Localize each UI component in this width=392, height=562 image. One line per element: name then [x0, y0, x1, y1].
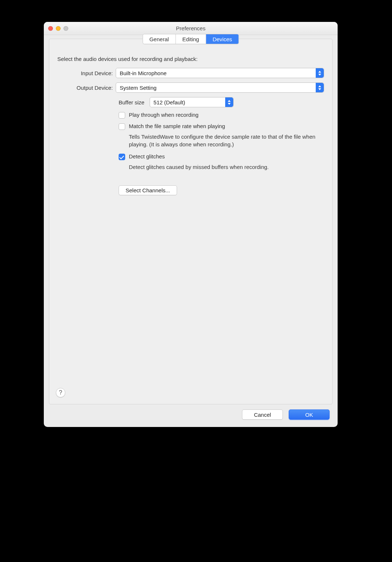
tab-general[interactable]: General [143, 34, 176, 44]
help-button[interactable]: ? [56, 388, 65, 397]
match-sample-rate-label: Match the file sample rate when playing [129, 123, 225, 129]
match-sample-rate-row: Match the file sample rate when playing [119, 123, 324, 130]
detect-glitches-label: Detect glitches [129, 153, 165, 159]
buffer-size-label: Buffer size [119, 99, 145, 105]
select-channels-button[interactable]: Select Channels... [119, 185, 177, 195]
zoom-window-button[interactable] [64, 26, 68, 31]
input-device-label: Input Device: [57, 70, 116, 76]
minimize-window-button[interactable] [56, 26, 61, 31]
input-device-row: Input Device: Built-in Microphone [57, 68, 324, 78]
instruction-text: Select the audio devices used for record… [57, 56, 324, 62]
window-title: Preferences [176, 25, 205, 31]
input-device-popup[interactable]: Built-in Microphone [116, 68, 324, 78]
tab-editing[interactable]: Editing [176, 34, 206, 44]
close-window-button[interactable] [48, 26, 53, 31]
output-device-value: System Setting [120, 85, 157, 91]
match-sample-rate-checkbox[interactable] [119, 123, 125, 130]
tab-bar: General Editing Devices [142, 34, 239, 44]
tab-devices[interactable]: Devices [206, 34, 238, 44]
buffer-size-value: 512 (Default) [154, 99, 185, 105]
detect-glitches-row: Detect glitches [119, 153, 324, 160]
output-device-row: Output Device: System Setting [57, 82, 324, 93]
play-through-checkbox[interactable] [119, 112, 125, 119]
output-device-label: Output Device: [57, 85, 116, 91]
titlebar: Preferences [44, 22, 338, 35]
ok-button[interactable]: OK [289, 409, 330, 420]
cancel-button[interactable]: Cancel [242, 409, 283, 420]
input-device-value: Built-in Microphone [120, 70, 166, 76]
buffer-size-row: Buffer size 512 (Default) [119, 97, 324, 107]
match-sample-rate-help: Tells TwistedWave to configure the devic… [129, 133, 324, 148]
output-device-popup[interactable]: System Setting [116, 82, 324, 93]
preferences-window: Preferences General Editing Devices Sele… [44, 22, 338, 427]
preferences-panel: General Editing Devices Select the audio… [49, 39, 333, 404]
detect-glitches-help: Detect glitches caused by missed buffers… [129, 163, 324, 171]
play-through-label: Play through when recording [129, 112, 199, 118]
updown-icon [225, 97, 233, 107]
devices-tab-content: Select the audio devices used for record… [49, 39, 332, 200]
play-through-row: Play through when recording [119, 112, 324, 119]
detect-glitches-checkbox[interactable] [119, 154, 125, 160]
dialog-footer: Cancel OK [44, 404, 338, 427]
buffer-size-popup[interactable]: 512 (Default) [150, 97, 234, 107]
updown-icon [316, 68, 324, 78]
window-controls [48, 26, 68, 31]
updown-icon [316, 83, 324, 92]
